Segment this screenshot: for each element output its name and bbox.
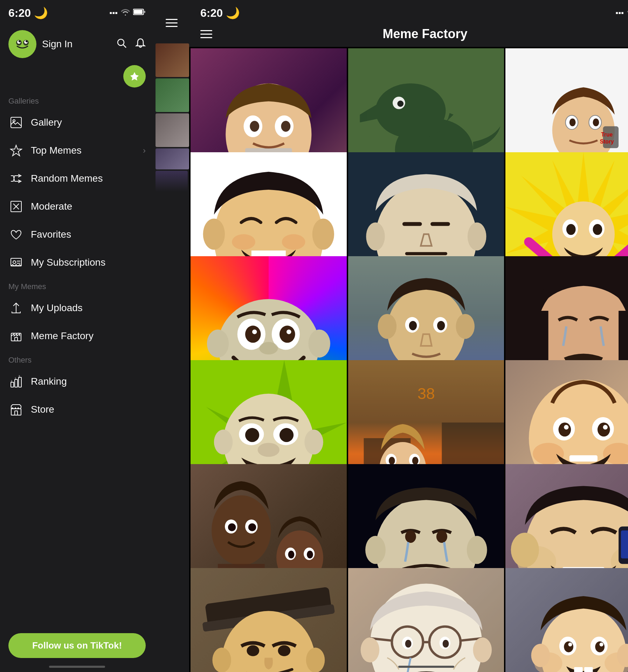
svg-text:True: True xyxy=(601,132,613,138)
side-strip-cell-4 xyxy=(156,148,189,169)
avatar-area: Sign In xyxy=(8,30,73,58)
svg-point-7 xyxy=(19,40,21,42)
svg-point-87 xyxy=(252,329,257,334)
fab-button[interactable] xyxy=(123,65,146,88)
my-subscriptions-label: My Subscriptions xyxy=(31,257,146,268)
svg-rect-29 xyxy=(15,411,18,415)
ranking-icon: 2 1 3 xyxy=(8,374,24,389)
sign-in-label[interactable]: Sign In xyxy=(42,38,73,50)
svg-point-90 xyxy=(207,329,229,357)
top-memes-label: Top Memes xyxy=(31,145,143,156)
status-icons-left: ▪▪▪ xyxy=(110,8,146,18)
sidebar-item-my-subscriptions[interactable]: My Subscriptions xyxy=(0,248,154,276)
svg-text:Story: Story xyxy=(600,139,614,145)
sidebar-item-store[interactable]: Store xyxy=(0,396,154,424)
left-header: Sign In xyxy=(0,23,154,65)
svg-rect-140 xyxy=(570,455,598,462)
svg-rect-21 xyxy=(11,382,14,387)
sidebar-item-meme-factory[interactable]: Meme Factory xyxy=(0,322,154,350)
svg-point-64 xyxy=(203,218,225,250)
battery-icon xyxy=(133,8,146,18)
svg-rect-2 xyxy=(144,11,145,13)
top-memes-chevron: › xyxy=(143,146,146,155)
svg-point-144 xyxy=(212,495,271,566)
random-memes-label: Random Memes xyxy=(31,173,146,184)
svg-point-160 xyxy=(365,536,386,564)
ranking-label: Ranking xyxy=(31,376,146,387)
moderate-icon xyxy=(8,199,24,214)
svg-point-116 xyxy=(245,428,259,442)
avatar[interactable] xyxy=(8,30,36,58)
sidebar-item-moderate[interactable]: Moderate xyxy=(0,192,154,220)
side-strip-cell-5 xyxy=(156,171,188,192)
sidebar-item-random-memes[interactable]: Random Memes xyxy=(0,164,154,192)
svg-point-168 xyxy=(511,533,539,567)
svg-rect-61 xyxy=(251,251,286,257)
uploads-icon xyxy=(8,300,24,316)
svg-point-136 xyxy=(559,422,571,436)
svg-point-120 xyxy=(304,429,323,454)
meme-cell-16[interactable] xyxy=(191,568,347,672)
meme-factory-label: Meme Factory xyxy=(31,330,146,342)
svg-point-8 xyxy=(26,40,28,42)
sidebar-item-gallery[interactable]: Gallery xyxy=(0,108,154,136)
svg-rect-207 xyxy=(584,667,593,672)
svg-point-204 xyxy=(568,643,572,646)
side-strip-cell-3 xyxy=(156,113,189,147)
wifi-icon xyxy=(120,8,130,18)
svg-point-79 xyxy=(593,224,602,235)
svg-point-91 xyxy=(308,329,330,357)
side-strip-cell-2 xyxy=(156,78,189,112)
sidebar-item-favorites[interactable]: Favorites xyxy=(0,220,154,248)
svg-point-48 xyxy=(397,100,403,107)
svg-point-139 xyxy=(603,425,608,429)
svg-point-117 xyxy=(280,428,294,442)
svg-point-97 xyxy=(437,321,445,330)
svg-point-157 xyxy=(405,530,416,543)
svg-point-62 xyxy=(232,234,255,250)
status-time-left: 6:20 🌙 xyxy=(8,6,48,20)
meme-grid: True Story xyxy=(189,47,628,672)
svg-point-203 xyxy=(595,641,605,652)
hamburger-button[interactable] xyxy=(200,30,212,38)
svg-rect-206 xyxy=(574,667,583,672)
svg-point-9 xyxy=(118,39,124,46)
svg-point-88 xyxy=(287,329,291,334)
bell-icon[interactable] xyxy=(135,38,146,51)
svg-point-158 xyxy=(436,530,447,543)
svg-point-176 xyxy=(247,645,259,656)
svg-point-55 xyxy=(570,119,576,126)
header-icons xyxy=(116,38,146,51)
subscriptions-icon xyxy=(8,255,24,270)
store-icon xyxy=(8,402,24,417)
svg-point-132 xyxy=(533,443,564,464)
meme-cell-17[interactable] xyxy=(348,568,504,672)
status-bar-right: 6:20 🌙 ▪▪▪ xyxy=(189,0,628,23)
svg-point-78 xyxy=(566,224,576,235)
top-nav: Meme Factory xyxy=(189,23,628,47)
favorites-label: Favorites xyxy=(31,229,146,240)
svg-point-118 xyxy=(258,443,280,457)
sidebar-item-top-memes[interactable]: Top Memes › xyxy=(0,136,154,164)
sidebar-item-my-uploads[interactable]: My Uploads xyxy=(0,294,154,322)
left-panel: 6:20 🌙 ▪▪▪ xyxy=(0,0,154,672)
svg-point-153 xyxy=(288,551,295,558)
follow-tiktok-button[interactable]: Follow us on TikTok! xyxy=(8,633,146,658)
svg-text:3: 3 xyxy=(19,375,20,377)
svg-point-85 xyxy=(245,326,261,343)
meme-cell-18[interactable] xyxy=(505,568,628,672)
svg-point-191 xyxy=(360,637,379,662)
random-icon xyxy=(8,171,24,186)
svg-rect-28 xyxy=(11,409,21,415)
svg-point-205 xyxy=(600,643,603,646)
svg-line-10 xyxy=(123,45,126,48)
svg-point-63 xyxy=(282,234,305,250)
svg-point-46 xyxy=(375,83,446,138)
home-indicator-right xyxy=(398,666,454,668)
sidebar-item-ranking[interactable]: 2 1 3 Ranking xyxy=(0,368,154,396)
svg-point-190 xyxy=(442,640,449,648)
follow-btn-container: Follow us on TikTok! xyxy=(0,626,154,672)
svg-point-138 xyxy=(564,425,568,429)
search-icon[interactable] xyxy=(116,38,127,51)
signal-icon-right: ▪▪▪ xyxy=(616,8,624,18)
